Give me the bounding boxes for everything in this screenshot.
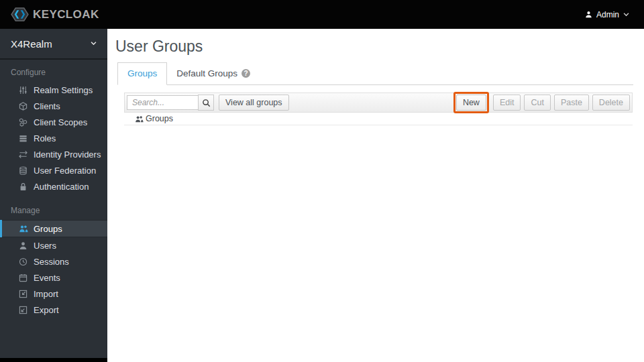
layers-icon <box>18 133 28 143</box>
tab-default-groups[interactable]: Default Groups ? <box>167 62 260 85</box>
sidebar-item-sessions[interactable]: Sessions <box>0 253 107 269</box>
sidebar-item-users[interactable]: Users <box>0 237 107 253</box>
tab-label: Default Groups <box>176 68 237 78</box>
page-title: User Groups <box>115 38 644 56</box>
sidebar-item-label: Users <box>34 241 56 251</box>
groups-toolbar: View all groups New Edit Cut Paste Delet… <box>124 93 633 113</box>
sidebar-item-groups[interactable]: Groups <box>0 220 107 237</box>
annotation-highlight: New <box>453 92 489 113</box>
import-icon <box>18 289 28 299</box>
edit-button: Edit <box>493 95 521 111</box>
sidebar-item-label: Roles <box>34 133 56 143</box>
clock-icon <box>18 257 28 267</box>
view-all-groups-button[interactable]: View all groups <box>219 95 289 111</box>
delete-button: Delete <box>592 95 630 111</box>
paste-button: Paste <box>554 95 589 111</box>
export-icon <box>18 305 28 315</box>
chevron-down-icon <box>91 42 97 46</box>
search-button[interactable] <box>198 95 214 111</box>
sidebar-item-export[interactable]: Export <box>0 302 107 318</box>
sidebar-item-authentication[interactable]: Authentication <box>0 178 107 194</box>
tab-label: Groups <box>127 68 157 78</box>
user-icon <box>18 241 28 251</box>
sidebar-item-label: Groups <box>34 224 62 234</box>
nav-section-manage: Manage <box>11 206 107 215</box>
main-content: User Groups Groups Default Groups ? View… <box>107 29 644 362</box>
realm-selector[interactable]: X4Realm <box>0 29 107 60</box>
keycloak-logo[interactable]: KEYCLOAK <box>11 7 99 22</box>
sidebar-item-roles[interactable]: Roles <box>0 130 107 146</box>
database-icon <box>18 166 28 176</box>
group-actions: New Edit Cut Paste Delete <box>453 92 630 113</box>
realm-name: X4Realm <box>11 38 52 50</box>
sidebar-item-realm-settings[interactable]: Realm Settings <box>0 82 107 98</box>
question-circle-icon[interactable]: ? <box>241 69 250 78</box>
exchange-arrows-icon <box>18 149 28 160</box>
nav-section-configure: Configure <box>11 68 107 77</box>
tree-item-label: Groups <box>146 114 173 123</box>
sidebar-item-label: Authentication <box>34 182 89 192</box>
sidebar-item-events[interactable]: Events <box>0 269 107 286</box>
search-icon <box>202 99 211 107</box>
cut-button: Cut <box>524 95 550 111</box>
tab-groups[interactable]: Groups <box>117 62 167 85</box>
tree-item-groups-root[interactable]: Groups <box>124 113 633 125</box>
sidebar-item-clients[interactable]: Clients <box>0 98 107 114</box>
users-icon <box>18 224 28 234</box>
user-icon <box>585 11 592 18</box>
search-input[interactable] <box>127 95 199 110</box>
sidebar-item-label: Import <box>34 289 58 299</box>
keycloak-logo-icon <box>11 7 29 22</box>
sidebar-item-user-federation[interactable]: User Federation <box>0 162 107 178</box>
sidebar-item-label: Sessions <box>34 257 69 267</box>
users-icon <box>135 114 144 123</box>
tabs-bar: Groups Default Groups ? <box>117 62 633 85</box>
sidebar-item-label: User Federation <box>34 166 96 176</box>
user-menu-label: Admin <box>596 10 619 19</box>
user-menu[interactable]: Admin <box>585 10 629 19</box>
sidebar-item-label: Clients <box>34 101 60 111</box>
lock-icon <box>18 182 28 192</box>
sidebar-item-label: Client Scopes <box>34 117 87 127</box>
chevron-down-icon <box>623 13 629 17</box>
sidebar-item-label: Events <box>34 273 60 283</box>
cube-icon <box>18 101 28 111</box>
new-button[interactable]: New <box>456 95 486 111</box>
sliders-icon <box>18 85 28 95</box>
calendar-icon <box>18 273 28 283</box>
sidebar-item-label: Identity Providers <box>34 149 101 160</box>
sidebar-item-client-scopes[interactable]: Client Scopes <box>0 114 107 130</box>
sidebar-item-import[interactable]: Import <box>0 286 107 302</box>
sidebar: X4Realm Configure Realm Settings Clients… <box>0 29 107 362</box>
brand-text: KEYCLOAK <box>33 8 99 21</box>
sidebar-item-identity-providers[interactable]: Identity Providers <box>0 146 107 162</box>
sidebar-item-label: Realm Settings <box>34 85 93 95</box>
topbar: KEYCLOAK Admin <box>0 0 644 29</box>
cubes-icon <box>18 117 28 127</box>
sidebar-item-label: Export <box>34 305 59 315</box>
